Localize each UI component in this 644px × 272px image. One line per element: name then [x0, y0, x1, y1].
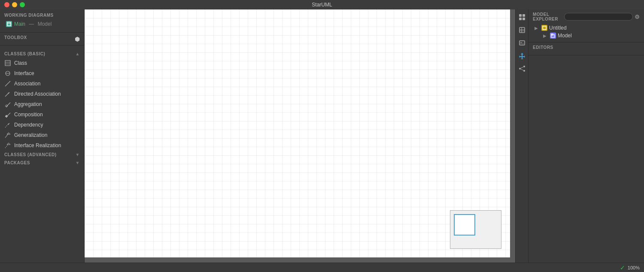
right-panel: MODEL EXPLORER ⚙ ▶ Untitled ▶ Mode — [528, 9, 644, 263]
svg-marker-11 — [5, 105, 8, 107]
grid-button[interactable] — [517, 25, 527, 35]
right-toolbar: M↓ — [515, 9, 528, 263]
diagram-item-main[interactable]: Main — Model — [4, 20, 80, 28]
composition-icon — [4, 111, 11, 118]
toolbox-item-composition-label: Composition — [14, 112, 43, 118]
svg-rect-20 — [519, 14, 522, 17]
toolbox-category-basic-arrow: ▲ — [76, 51, 80, 56]
toolbox-item-association-label: Association — [14, 81, 40, 87]
share-button[interactable] — [517, 63, 527, 74]
toolbox-category-packages[interactable]: Packages ▼ — [0, 159, 84, 167]
diagram-icon — [6, 21, 12, 27]
close-button[interactable] — [4, 2, 9, 7]
toolbox-item-interface[interactable]: Interface — [0, 68, 84, 79]
svg-rect-0 — [7, 22, 11, 26]
titlebar: StarUML — [0, 0, 644, 9]
model-explorer-header: MODEL EXPLORER ⚙ — [533, 12, 640, 21]
class-icon — [4, 60, 11, 66]
svg-rect-24 — [519, 27, 525, 33]
toolbox-item-association[interactable]: Association — [0, 79, 84, 89]
toolbox-item-class[interactable]: Class — [0, 58, 84, 68]
toolbox-item-generalization-label: Generalization — [14, 132, 47, 138]
cursor-icon: ⬢ — [75, 36, 80, 42]
markdown-button[interactable]: M↓ — [517, 38, 527, 48]
toolbox-item-directed-association[interactable]: Directed Association — [0, 89, 84, 99]
model-search-input[interactable] — [564, 13, 633, 21]
generalization-icon — [4, 132, 11, 139]
minimize-button[interactable] — [12, 2, 17, 7]
interface-realization-icon — [4, 142, 11, 149]
svg-marker-30 — [519, 53, 525, 59]
svg-line-34 — [521, 67, 523, 68]
untitled-model-icon — [541, 25, 547, 31]
canvas-inner[interactable] — [85, 9, 510, 257]
app-title: StarUML — [312, 2, 332, 8]
diagram-model: Model — [38, 21, 52, 27]
svg-point-32 — [523, 66, 525, 67]
toolbox-item-interface-label: Interface — [14, 70, 34, 76]
toolbox-title: TOOLBOX — [4, 35, 27, 40]
toolbox-category-packages-arrow: ▼ — [76, 160, 80, 165]
maximize-button[interactable] — [20, 2, 25, 7]
tree-arrow-model: ▶ — [543, 33, 548, 38]
svg-rect-22 — [519, 18, 522, 20]
toolbox-category-advanced-label: Classes (Advanced) — [4, 152, 57, 157]
interface-icon — [4, 70, 11, 77]
svg-line-7 — [5, 81, 10, 86]
gear-icon[interactable]: ⚙ — [635, 14, 640, 20]
toolbox-category-advanced-arrow: ▼ — [76, 152, 80, 157]
toolbox-item-dependency[interactable]: Dependency — [0, 120, 84, 130]
move-button[interactable] — [517, 51, 527, 61]
divider-1 — [0, 32, 84, 33]
svg-line-35 — [521, 69, 523, 70]
thumbnail-box — [450, 210, 501, 249]
status-bar: ✓ 100% — [0, 263, 644, 272]
svg-text:M↓: M↓ — [520, 42, 524, 45]
toolbox-category-basic-label: Classes (Basic) — [4, 51, 45, 56]
thumbnail-viewport — [454, 214, 475, 236]
toolbox-item-generalization[interactable]: Generalization — [0, 130, 84, 140]
model-package-icon — [550, 33, 556, 39]
left-sidebar: WORKING DIAGRAMS Main — Model TOOLBOX ⬢ … — [0, 9, 85, 263]
tree-label-model: Model — [558, 33, 572, 39]
puzzle-button[interactable] — [517, 12, 527, 22]
svg-rect-21 — [522, 14, 525, 17]
editors-title: EDITORS — [533, 45, 553, 50]
toolbox-item-class-label: Class — [14, 60, 27, 66]
tree-item-untitled[interactable]: ▶ Untitled — [533, 24, 640, 32]
tree-label-untitled: Untitled — [549, 25, 567, 31]
svg-rect-2 — [5, 60, 10, 66]
model-explorer-section: MODEL EXPLORER ⚙ ▶ Untitled ▶ Mode — [529, 9, 644, 42]
diagram-separator: — — [27, 21, 36, 27]
tree-arrow-untitled: ▶ — [535, 26, 540, 30]
toolbox-item-directed-association-label: Directed Association — [14, 91, 61, 97]
toolbox-item-interface-realization-label: Interface Realization — [14, 142, 61, 148]
canvas-area[interactable] — [85, 9, 515, 263]
svg-rect-36 — [543, 26, 546, 30]
model-explorer-title: MODEL EXPLORER — [533, 12, 564, 21]
toolbox-category-advanced[interactable]: Classes (Advanced) ▼ — [0, 151, 84, 159]
directed-association-icon — [4, 91, 11, 97]
toolbox-category-basic[interactable]: Classes (Basic) ▲ — [0, 50, 84, 58]
dependency-icon — [4, 121, 11, 128]
working-diagrams-section: WORKING DIAGRAMS Main — Model — [0, 9, 84, 30]
status-check-icon: ✓ — [620, 264, 625, 271]
toolbox-section: Classes (Basic) ▲ Class — [0, 47, 84, 263]
toolbox-item-interface-realization[interactable]: Interface Realization — [0, 140, 84, 151]
association-icon — [4, 80, 11, 87]
svg-point-31 — [519, 68, 521, 70]
aggregation-icon — [4, 101, 11, 108]
main-layout: WORKING DIAGRAMS Main — Model TOOLBOX ⬢ … — [0, 9, 644, 263]
editors-section: EDITORS — [529, 42, 644, 55]
diagram-label: Main — [14, 21, 25, 27]
working-diagrams-title: WORKING DIAGRAMS — [4, 13, 80, 18]
status-zoom: 100% — [628, 265, 640, 270]
svg-marker-13 — [5, 115, 8, 118]
toolbox-item-aggregation[interactable]: Aggregation — [0, 99, 84, 109]
toolbox-item-dependency-label: Dependency — [14, 122, 43, 128]
toolbox-item-composition[interactable]: Composition — [0, 109, 84, 120]
toolbox-category-packages-label: Packages — [4, 160, 30, 165]
search-box: ⚙ — [564, 13, 640, 21]
tree-item-model[interactable]: ▶ Model — [533, 32, 640, 39]
editors-header: EDITORS — [533, 45, 640, 50]
